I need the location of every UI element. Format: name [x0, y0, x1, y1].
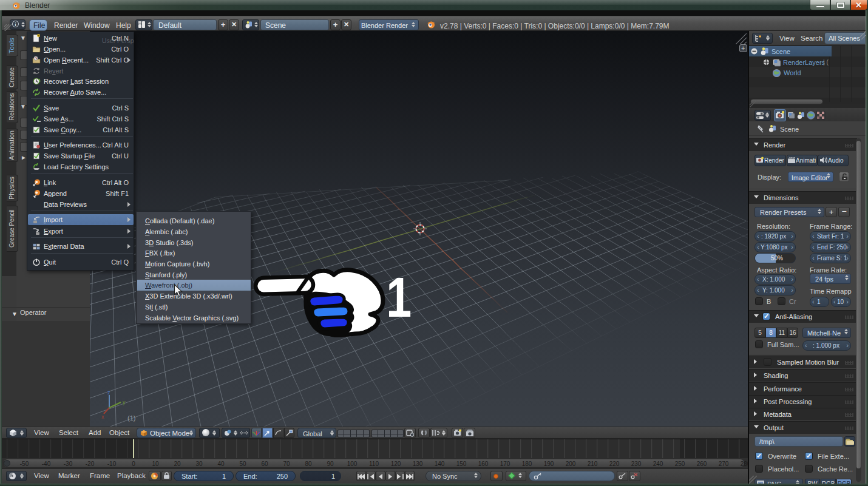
svg-text:90: 90: [327, 461, 334, 467]
svg-text:240: 240: [653, 461, 663, 467]
svg-text:80: 80: [305, 461, 312, 467]
svg-text:110: 110: [369, 461, 379, 467]
svg-text:200: 200: [566, 461, 576, 467]
svg-text:-40: -40: [42, 461, 51, 467]
svg-text:-10: -10: [107, 461, 117, 467]
svg-text:270: 270: [719, 461, 729, 467]
svg-text:0: 0: [132, 461, 135, 467]
svg-text:160: 160: [478, 461, 489, 467]
svg-text:60: 60: [261, 461, 268, 467]
svg-text:120: 120: [391, 461, 401, 467]
svg-text:250: 250: [675, 461, 685, 467]
svg-text:170: 170: [500, 461, 510, 467]
svg-text:40: 40: [217, 461, 225, 467]
svg-text:230: 230: [631, 461, 642, 467]
svg-text:-30: -30: [64, 461, 73, 467]
svg-text:70: 70: [283, 461, 290, 467]
svg-text:220: 220: [609, 461, 620, 467]
svg-text:10: 10: [152, 461, 159, 467]
svg-text:150: 150: [456, 461, 467, 467]
svg-text:x: x: [101, 414, 104, 419]
svg-text:140: 140: [435, 461, 445, 467]
svg-text:30: 30: [195, 461, 203, 467]
svg-text:-20: -20: [86, 461, 95, 467]
svg-text:100: 100: [347, 461, 358, 467]
svg-text:260: 260: [697, 461, 707, 467]
svg-text:50: 50: [239, 461, 246, 467]
svg-text:z: z: [107, 391, 110, 396]
svg-text:20: 20: [174, 461, 181, 467]
svg-text:-50: -50: [20, 461, 29, 467]
svg-text:130: 130: [413, 461, 423, 467]
svg-text:y: y: [123, 399, 126, 405]
svg-text:280: 280: [741, 461, 748, 467]
svg-text:210: 210: [588, 461, 598, 467]
svg-text:190: 190: [544, 461, 554, 467]
svg-text:180: 180: [522, 461, 532, 467]
